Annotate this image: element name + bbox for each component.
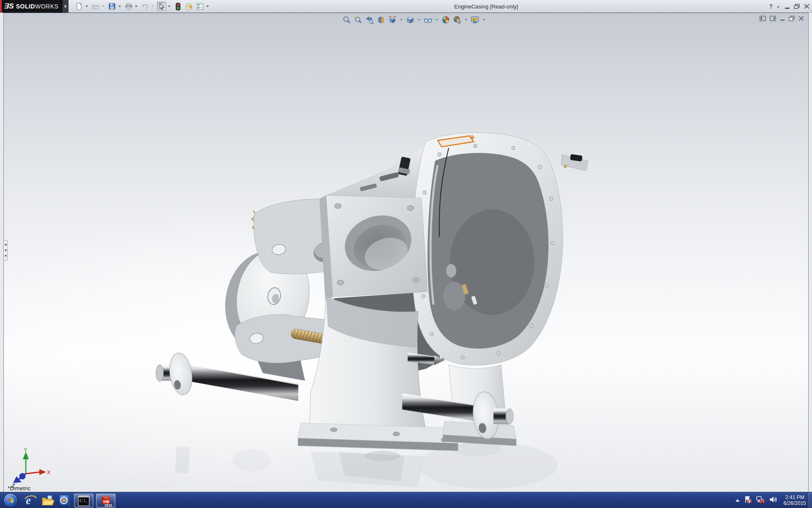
open-folder-icon [92, 3, 100, 10]
select-cursor-icon [158, 3, 165, 10]
zoom-to-fit-icon [343, 16, 351, 24]
open-dropdown[interactable] [102, 6, 104, 7]
zoom-to-fit-button[interactable] [342, 15, 351, 25]
triad-x-axis: X [26, 469, 50, 475]
printer-icon [125, 3, 133, 10]
window-controls: ? [769, 0, 809, 13]
previous-view-icon [365, 16, 374, 24]
triad-x-label: X [47, 469, 50, 475]
clock-time: 2:41 PM [784, 494, 806, 500]
restore-button[interactable] [794, 4, 800, 9]
apply-scene-dropdown[interactable] [465, 19, 467, 21]
undo-dropdown[interactable] [151, 6, 154, 7]
rebuild-traffic-light-icon [176, 3, 181, 11]
heads-up-view-toolbar [342, 15, 486, 25]
floor-reflections [175, 442, 558, 489]
action-center-icon[interactable] [743, 495, 752, 505]
section-view-icon [377, 16, 385, 24]
solidworks-2015-icon: SW 2015 [99, 494, 112, 507]
new-dropdown[interactable] [85, 6, 88, 7]
file-properties-button[interactable] [184, 2, 194, 11]
doc-restore-button[interactable] [789, 16, 795, 21]
document-title: EngineCasing [Read-only] [454, 0, 518, 13]
cylinder-mount-face[interactable] [319, 196, 428, 301]
section-view-button[interactable] [376, 15, 386, 25]
network-disconnected-icon[interactable] [756, 495, 765, 505]
taskbar-media-player[interactable] [56, 492, 73, 508]
view-orientation-icon [388, 16, 397, 24]
select-dropdown[interactable] [168, 6, 170, 7]
show-left-pane-button[interactable] [760, 16, 766, 21]
print-button[interactable] [124, 2, 133, 11]
doc-minimize-button[interactable] [780, 16, 785, 21]
apply-scene-button[interactable] [453, 15, 462, 25]
view-orientation-dropdown[interactable] [400, 19, 403, 21]
file-properties-icon [185, 3, 193, 10]
view-settings-dropdown[interactable] [483, 19, 485, 21]
folder-icon [41, 494, 54, 506]
arrow-left-icon [5, 254, 6, 257]
engine-casing-model[interactable] [4, 13, 808, 492]
show-desktop-button[interactable] [807, 492, 812, 508]
zoom-to-area-icon [354, 16, 362, 24]
print-dropdown[interactable] [135, 6, 137, 7]
solidworks-year: 2015 [104, 503, 112, 507]
undo-icon [141, 3, 149, 10]
clutch-housing[interactable] [411, 133, 588, 365]
edit-appearance-button[interactable] [441, 15, 450, 25]
view-settings-icon [470, 16, 480, 24]
appearance-sphere-icon [442, 16, 450, 24]
show-hidden-icons-button[interactable] [735, 499, 740, 502]
display-style-dropdown[interactable] [418, 19, 420, 21]
options-button[interactable] [195, 2, 205, 11]
windows-flag-icon [6, 496, 15, 505]
display-style-icon [406, 16, 414, 24]
help-button[interactable]: ? [769, 3, 773, 10]
apply-scene-icon [453, 16, 461, 24]
view-settings-button[interactable] [470, 15, 480, 25]
show-right-pane-button[interactable] [770, 16, 776, 21]
clock-date: 6/26/2015 [784, 500, 806, 506]
hide-show-items-button[interactable] [423, 15, 433, 25]
taskbar-command-prompt[interactable]: C:\_ [74, 494, 93, 508]
solidworks-application-window: ƎS SOLIDWORKS [0, 0, 812, 508]
taskbar-solidworks[interactable]: SW 2015 [96, 494, 115, 508]
media-player-icon [58, 494, 70, 506]
taskbar-windows-explorer[interactable] [39, 492, 56, 508]
rebuild-button[interactable] [173, 2, 183, 11]
minimize-button[interactable] [785, 4, 790, 9]
housing-top-bracket [561, 154, 588, 171]
options-dropdown[interactable] [206, 6, 209, 7]
taskbar-clock[interactable]: 2:41 PM 6/26/2015 [784, 494, 806, 506]
eyeglasses-icon [423, 16, 433, 24]
menu-expand-arrow[interactable] [63, 0, 69, 13]
brand-text: SOLIDWORKS [16, 3, 59, 10]
graphics-viewport[interactable]: Y X Z *Dimetric [3, 13, 809, 492]
start-button[interactable] [3, 493, 18, 508]
close-button[interactable] [804, 4, 809, 9]
open-button[interactable] [91, 2, 100, 11]
featuremanager-collapsed-tab[interactable] [4, 240, 8, 260]
windows-taskbar: e [0, 492, 812, 508]
solidworks-logo: ƎS SOLIDWORKS [0, 0, 63, 13]
help-dropdown[interactable] [777, 6, 779, 8]
doc-close-button[interactable] [798, 16, 804, 21]
undo-button[interactable] [140, 2, 150, 11]
taskbar-internet-explorer[interactable]: e [22, 492, 39, 508]
system-tray: 2:41 PM 6/26/2015 [735, 492, 806, 508]
new-document-button[interactable] [74, 2, 84, 11]
select-button[interactable] [157, 2, 166, 11]
display-style-button[interactable] [406, 15, 415, 25]
command-prompt-label: C:\_ [80, 499, 88, 503]
volume-icon[interactable] [769, 495, 778, 505]
save-button[interactable] [107, 2, 117, 11]
view-orientation-button[interactable] [388, 15, 397, 25]
ds-logo-glyph: ƎS [4, 2, 14, 11]
previous-view-button[interactable] [365, 15, 374, 25]
zoom-to-area-button[interactable] [354, 15, 363, 25]
hide-show-items-dropdown[interactable] [436, 19, 438, 21]
arrow-right-icon [65, 5, 67, 8]
save-dropdown[interactable] [118, 6, 121, 7]
document-window-controls [760, 16, 804, 21]
titlebar: ƎS SOLIDWORKS [0, 0, 812, 13]
